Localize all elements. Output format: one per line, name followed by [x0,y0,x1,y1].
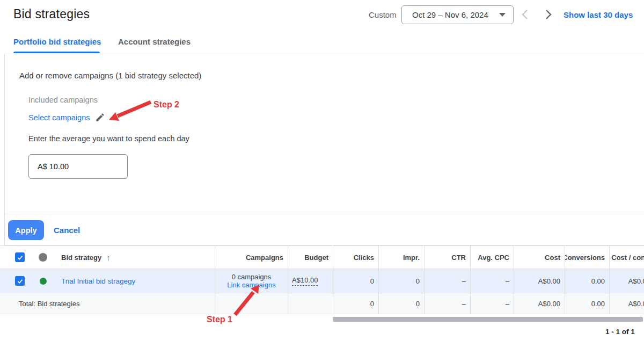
total-budget [288,293,333,314]
divider [5,214,644,214]
total-conversions: 0.00 [565,293,609,314]
panel-heading: Add or remove campaigns (1 bid strategy … [19,71,201,80]
total-ctr: – [424,293,470,314]
row-cost-per-conv: A$0.00 [609,269,644,293]
daily-budget-input[interactable] [28,154,128,179]
total-cost-per-conv: A$0.00 [609,293,644,314]
table-header-row: Bid strategy ↑ Campaigns Budget Clicks I… [0,245,644,269]
date-range-value: Oct 29 – Nov 6, 2024 [412,10,488,19]
bid-strategies-table: Bid strategy ↑ Campaigns Budget Clicks I… [0,245,644,314]
horizontal-scrollbar-thumb[interactable] [333,317,643,322]
status-dot-header [39,253,47,262]
sort-ascending-icon: ↑ [106,253,111,262]
link-campaigns-link[interactable]: Link campaigns [227,281,275,289]
total-campaigns [215,293,288,314]
tab-portfolio-bid-strategies[interactable]: Portfolio bid strategies [13,37,101,46]
total-cost: A$0.00 [514,293,565,314]
page-title: Bid strategies [13,7,90,21]
cancel-button[interactable]: Cancel [54,226,80,235]
step-2-annotation: Step 2 [153,100,179,110]
chevron-right-icon [543,8,553,21]
header-bid-strategy[interactable]: Bid strategy ↑ [0,246,215,269]
average-spend-label: Enter the average you want to spend each… [28,134,189,143]
included-campaigns-label: Included campaigns [28,96,98,104]
edit-pencil-icon[interactable] [95,112,105,122]
row-ctr: – [424,269,470,293]
header-campaigns[interactable]: Campaigns [215,246,288,269]
status-dot-enabled [40,278,47,285]
total-impr: 0 [378,293,424,314]
header-impr[interactable]: Impr. [378,246,424,269]
active-tab-underline [13,52,100,53]
header-budget[interactable]: Budget [288,246,333,269]
header-cost[interactable]: Cost [514,246,565,269]
row-avg-cpc: – [470,269,514,293]
edit-panel: Add or remove campaigns (1 bid strategy … [4,54,644,245]
chevron-left-icon [520,8,531,21]
row-conversions: 0.00 [565,269,609,293]
apply-button[interactable]: Apply [8,220,44,240]
checkmark-icon [17,278,24,285]
show-last-30-days-link[interactable]: Show last 30 days [564,10,633,19]
select-all-checkbox[interactable] [15,252,25,262]
select-campaigns-link[interactable]: Select campaigns [28,113,90,122]
bid-strategy-name-link[interactable]: Trial Initial bid stragegy [61,277,135,285]
row-campaigns-cell: 0 campaigns Link campaigns [215,269,288,293]
next-period-button[interactable] [542,8,554,21]
header-conversions[interactable]: Conversions [565,246,609,269]
header-avg-cpc[interactable]: Avg. CPC [470,246,514,269]
total-label: Total: Bid strategies [0,293,215,314]
column-label[interactable]: Bid strategy [61,254,101,262]
total-clicks: 0 [333,293,378,314]
checkmark-icon [17,254,24,261]
header-clicks[interactable]: Clicks [333,246,378,269]
row-impr: 0 [378,269,424,293]
date-mode-label: Custom [369,10,397,19]
campaigns-count: 0 campaigns [232,273,272,281]
step-1-annotation: Step 1 [207,315,232,324]
table-row: Trial Initial bid stragegy 0 campaigns L… [0,269,644,293]
row-bid-strategy-cell: Trial Initial bid stragegy [0,269,215,293]
budget-editable-value[interactable]: A$10.00 [292,276,318,286]
total-avg-cpc: – [470,293,514,314]
row-cost: A$0.00 [514,269,565,293]
date-range-picker[interactable]: Oct 29 – Nov 6, 2024 [401,5,514,24]
row-budget-cell: A$10.00 [288,269,333,293]
previous-period-button[interactable] [519,8,531,21]
tab-account-strategies[interactable]: Account strategies [118,37,191,46]
pagination-status: 1 - 1 of 1 [605,328,635,336]
row-checkbox[interactable] [15,276,25,286]
header-ctr[interactable]: CTR [424,246,470,269]
row-clicks: 0 [333,269,378,293]
caret-down-icon [499,13,506,17]
table-total-row: Total: Bid strategies 0 0 – – A$0.00 0.0… [0,293,644,314]
header-cost-per-conv[interactable]: Cost / conv. [609,246,644,269]
